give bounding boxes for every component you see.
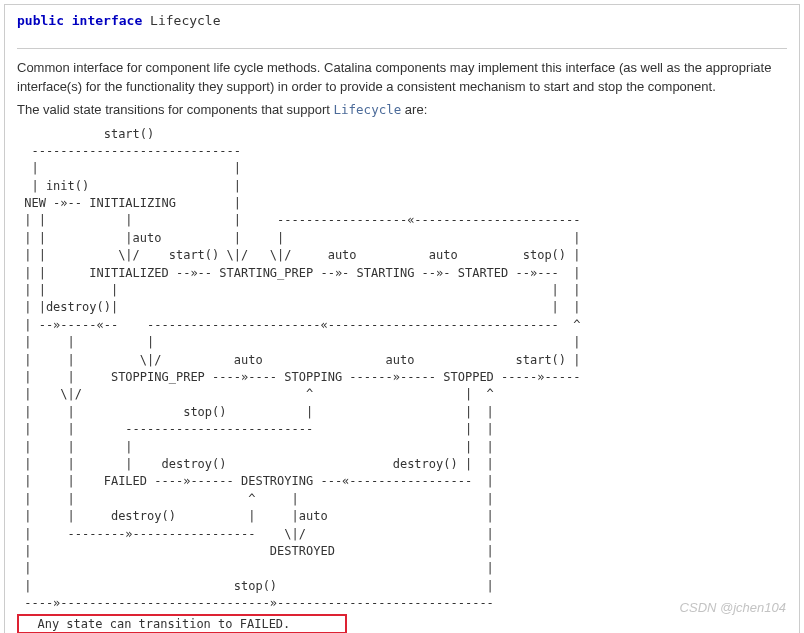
description-paragraph-2: The valid state transitions for componen…: [17, 101, 787, 120]
keyword-interface: interface: [72, 13, 142, 28]
failed-note: Any state can transition to FAILED.: [17, 614, 347, 633]
description-paragraph-1: Common interface for component life cycl…: [17, 59, 787, 97]
desc-prefix: The valid state transitions for componen…: [17, 102, 334, 117]
type-name: Lifecycle: [150, 13, 220, 28]
type-signature: public interface Lifecycle: [17, 13, 787, 36]
javadoc-block: public interface Lifecycle Common interf…: [4, 4, 800, 633]
desc-suffix: are:: [401, 102, 427, 117]
lifecycle-link[interactable]: Lifecycle: [334, 102, 402, 117]
separator: [17, 48, 787, 49]
state-diagram: start() ----------------------------- | …: [17, 126, 787, 613]
highlight-row: Any state can transition to FAILED.: [17, 612, 787, 633]
keyword-public: public: [17, 13, 64, 28]
